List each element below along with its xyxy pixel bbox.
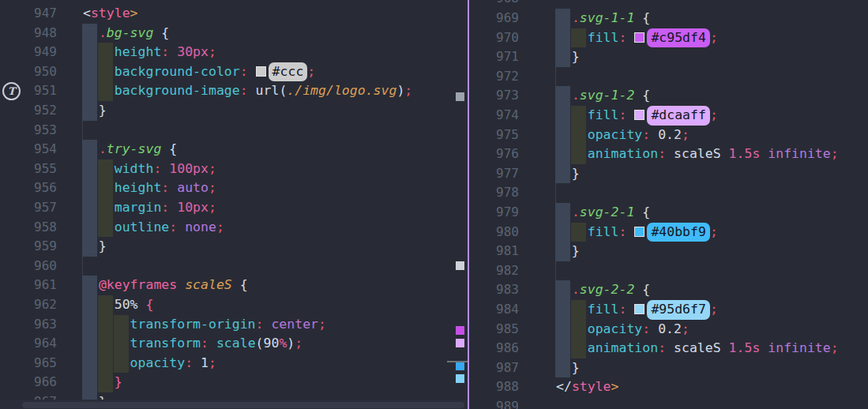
code-line[interactable]: 984 fill: #95d6f7; (469, 300, 868, 320)
line-number[interactable]: 956 (0, 178, 57, 198)
line-number[interactable]: 974 (469, 106, 519, 126)
code-line[interactable]: 987 } (469, 358, 868, 378)
line-number[interactable]: 976 (469, 144, 519, 164)
code-line[interactable]: 986 animation: scaleS 1.5s infinite; (469, 339, 868, 358)
code-text: @keyframes scaleS { (83, 276, 248, 295)
code-line[interactable]: 977 } (469, 164, 868, 184)
line-number[interactable]: 983 (469, 280, 519, 300)
line-number[interactable]: 982 (469, 261, 519, 281)
line-number[interactable]: 986 (469, 339, 519, 358)
line-number[interactable]: 965 (0, 354, 57, 373)
code-line[interactable]: 954 .try-svg { (0, 140, 468, 159)
code-line[interactable]: 981 } (469, 242, 868, 261)
line-number[interactable]: 971 (469, 47, 519, 67)
line-number[interactable]: 978 (469, 183, 519, 203)
code-line[interactable]: 961 @keyframes scaleS { (0, 276, 468, 295)
line-number[interactable]: 988 (469, 377, 519, 397)
code-line[interactable]: 982 (469, 261, 868, 281)
line-number[interactable]: 958 (0, 218, 57, 238)
code-line[interactable]: 976 animation: scaleS 1.5s infinite; (469, 144, 868, 164)
code-line[interactable]: 972 (469, 67, 868, 87)
code-line[interactable]: 975 opacity: 0.2; (469, 126, 868, 145)
code-line[interactable]: 966 } (0, 373, 468, 392)
code-line[interactable]: 952 } (0, 101, 468, 121)
scrollbar-thumb[interactable] (22, 402, 464, 408)
code-line[interactable]: 962 50% { (0, 295, 468, 315)
line-number[interactable]: 957 (0, 198, 57, 218)
code-line[interactable]: 989 (469, 397, 868, 409)
line-number[interactable]: 973 (469, 86, 519, 106)
line-number[interactable]: 975 (469, 126, 519, 145)
color-swatch[interactable] (256, 66, 266, 77)
code-line[interactable]: 963 transform-origin: center; (0, 315, 468, 335)
code-line[interactable]: 965 opacity: 1; (0, 354, 468, 373)
line-number[interactable]: 960 (0, 257, 57, 276)
code-line[interactable]: 974 fill: #dcaaff; (469, 106, 868, 126)
color-value-pill[interactable]: #dcaaff (647, 106, 710, 126)
code-line[interactable]: 947<style> (0, 4, 468, 24)
line-number[interactable]: 963 (0, 315, 57, 335)
color-value-pill[interactable]: #c95df4 (647, 28, 710, 48)
line-number[interactable]: 953 (0, 121, 57, 141)
editor-pane-left[interactable]: 947<style>948 .bg-svg {949 height: 30px;… (0, 0, 468, 409)
line-number[interactable]: 970 (469, 28, 519, 48)
line-number[interactable]: 950 (0, 62, 57, 82)
line-number[interactable]: 959 (0, 237, 57, 257)
color-value-pill[interactable]: #95d6f7 (647, 300, 710, 320)
line-number[interactable]: 977 (469, 164, 519, 184)
line-number[interactable]: 947 (0, 4, 57, 24)
editor-pane-right[interactable]: 968969 .svg-1-1 {970 fill: #c95df4;971 }… (469, 0, 868, 409)
code-line[interactable]: 983 .svg-2-2 { (469, 280, 868, 300)
code-text: <style> (83, 4, 138, 24)
line-number[interactable]: 952 (0, 101, 57, 121)
code-line[interactable]: 971 } (469, 47, 868, 67)
line-number[interactable]: 964 (0, 334, 57, 354)
line-number[interactable]: 948 (0, 24, 57, 43)
line-number[interactable]: 969 (469, 9, 519, 28)
code-line[interactable]: 970 fill: #c95df4; (469, 28, 868, 48)
code-line[interactable]: 968 (469, 0, 868, 9)
line-number[interactable]: 966 (0, 373, 57, 392)
code-line[interactable]: 949 height: 30px; (0, 43, 468, 62)
code-line[interactable]: 978 (469, 183, 868, 203)
line-number[interactable]: 980 (469, 223, 519, 242)
color-swatch[interactable] (634, 110, 644, 120)
color-swatch[interactable] (634, 227, 644, 237)
line-number[interactable]: 954 (0, 140, 57, 159)
code-line[interactable]: 969 .svg-1-1 { (469, 9, 868, 28)
code-line[interactable]: 980 fill: #40bbf9; (469, 223, 868, 242)
color-swatch[interactable] (634, 32, 644, 43)
code-line[interactable]: 973 .svg-1-2 { (469, 86, 868, 106)
code-line[interactable]: 979 .svg-2-1 { (469, 203, 868, 223)
code-line[interactable]: 953 (0, 121, 468, 141)
line-number[interactable]: 985 (469, 320, 519, 340)
line-number[interactable]: 968 (469, 0, 519, 9)
code-line[interactable]: 988</style> (469, 377, 868, 397)
code-line[interactable]: 951 background-image: url(./img/logo.svg… (0, 81, 468, 101)
code-line[interactable]: 957 margin: 10px; (0, 198, 468, 218)
code-line[interactable]: 950 background-color: #ccc; (0, 62, 468, 82)
color-swatch[interactable] (634, 304, 644, 314)
code-line[interactable]: 985 opacity: 0.2; (469, 320, 868, 340)
code-line[interactable]: 955 width: 100px; (0, 159, 468, 179)
line-number[interactable]: 979 (469, 203, 519, 223)
line-number[interactable]: 984 (469, 300, 519, 320)
color-value-pill[interactable]: #ccc (269, 62, 308, 82)
code-line[interactable]: 948 .bg-svg { (0, 24, 468, 43)
line-number[interactable]: 961 (0, 276, 57, 295)
horizontal-scrollbar[interactable] (0, 400, 468, 409)
line-number[interactable]: 962 (0, 295, 57, 315)
code-line[interactable]: 959 } (0, 237, 468, 257)
line-number[interactable]: 989 (469, 397, 519, 409)
code-line[interactable]: 960 (0, 257, 468, 276)
code-line[interactable]: 964 transform: scale(90%); (0, 334, 468, 354)
color-value-pill[interactable]: #40bbf9 (647, 223, 710, 242)
line-number[interactable]: 987 (469, 358, 519, 378)
line-number[interactable]: 981 (469, 242, 519, 261)
code-line[interactable]: 958 outline: none; (0, 218, 468, 238)
line-number[interactable]: 955 (0, 159, 57, 179)
line-number[interactable]: 972 (469, 67, 519, 87)
line-number[interactable]: 949 (0, 43, 57, 62)
code-line[interactable]: 956 height: auto; (0, 178, 468, 198)
code-text: } (556, 242, 580, 261)
